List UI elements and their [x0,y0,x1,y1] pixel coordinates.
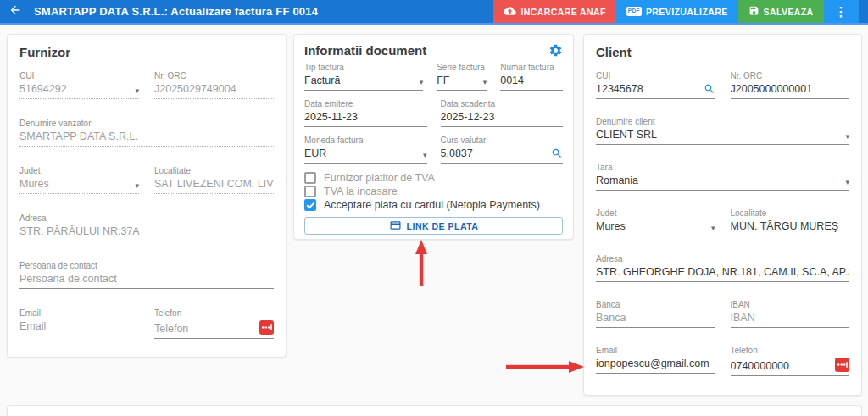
dropdown-caret-icon: ▾ [135,182,139,190]
client-nr-orc-input[interactable]: Nr. ORC J2005000000001 [731,71,850,99]
furnizor-telefon-input[interactable]: Telefon Telefon [154,308,274,339]
client-denumire-select[interactable]: Denumire client CLIENT SRL▾ [596,117,849,145]
annotation-arrow-up [413,240,430,286]
link-de-plata-button[interactable]: LINK DE PLATA [304,217,563,235]
numar-factura-input[interactable]: Numar factura 0014 [500,63,563,91]
checkbox-tva-la-incasare: TVA la incasare [304,185,563,198]
data-scadenta-input[interactable]: Data scadenta 2025-12-23 [441,99,564,127]
checkbox-acceptare-plata-card[interactable]: Acceptare plata cu cardul (Netopia Payme… [304,198,563,212]
kebab-icon: ⋮ [835,4,848,19]
furnizor-adresa-field: Adresa STR. PĂRĂULUI NR.37A [19,214,274,241]
document-card: Informatii document Tip factura Factură▾… [293,34,574,240]
client-telefon-input[interactable]: Telefon 0740000000 [731,346,850,376]
previzualizare-button[interactable]: PDF PREVIZUALIZARE [616,0,738,23]
tip-factura-select[interactable]: Tip factura Factură▾ [304,63,423,91]
furnizor-denumire-field: Denumire vanzator SMARTAPP DATA S.R.L. [19,119,274,147]
save-icon [748,5,760,18]
serie-factura-select[interactable]: Serie factura FF▾ [437,63,487,91]
client-banca-input[interactable]: Banca Banca [596,300,715,328]
client-localitate-input[interactable]: Localitate MUN. TÂRGU MUREŞ [731,208,850,236]
credit-card-icon [389,220,402,232]
moneda-factura-select[interactable]: Moneda factura EUR▾ [304,136,427,164]
client-title: Client [596,45,849,59]
items-card-partial [7,405,862,416]
client-tara-select[interactable]: Tara Romania▾ [596,163,849,191]
furnizor-card: Furnizor CUI 51694292▾ Nr. ORC J20250297… [7,34,287,358]
salveaza-button[interactable]: SALVEAZA [738,0,824,23]
client-judet-select[interactable]: Judet Mures▾ [596,208,715,236]
annotation-arrow-right [506,359,584,374]
dropdown-caret-icon: ▾ [483,79,487,86]
furnizor-title: Furnizor [19,45,274,59]
checkbox-icon [304,186,316,197]
pdf-icon: PDF [626,7,642,16]
furnizor-nr-orc-field: Nr. ORC J2025029749004 [154,71,274,99]
client-card: Client CUI 12345678 Nr. ORC J20050000000… [583,34,862,396]
dropdown-caret-icon: ▾ [845,179,849,186]
arrow-back-icon [8,3,22,19]
cloud-upload-icon [504,6,516,18]
incarcare-anaf-label: INCARCARE ANAF [520,7,605,17]
furnizor-email-input[interactable]: Email Email [19,308,139,339]
previzualizare-label: PREVIZUALIZARE [646,7,728,17]
search-icon[interactable] [704,83,715,95]
sms-icon[interactable] [835,358,849,372]
checkbox-icon [304,172,316,184]
incarcare-anaf-button[interactable]: INCARCARE ANAF [493,0,615,23]
link-de-plata-label: LINK DE PLATA [407,221,479,231]
data-emitere-input[interactable]: Data emitere 2025-11-23 [304,99,427,127]
sms-icon[interactable] [259,320,274,335]
dropdown-caret-icon: ▾ [135,87,139,95]
client-adresa-input[interactable]: Adresa STR. GHEORGHE DOJA, NR.181, CAM.I… [596,254,849,282]
checkbox-checked-icon [304,199,316,211]
dropdown-caret-icon: ▾ [423,152,427,159]
client-cui-input[interactable]: CUI 12345678 [596,71,715,99]
search-icon[interactable] [551,147,563,159]
back-button[interactable] [0,0,31,23]
dropdown-caret-icon: ▾ [420,79,424,86]
salveaza-label: SALVEAZA [764,7,814,17]
furnizor-cui-field: CUI 51694292▾ [19,71,139,99]
header-accent-strip [0,23,868,25]
furnizor-persoana-contact-input[interactable]: Persoana de contact Persoana de contact [19,261,274,289]
client-iban-input[interactable]: IBAN IBAN [731,300,850,328]
curs-valutar-input[interactable]: Curs valutar 5.0837 [441,136,564,164]
document-title: Informatii document [304,43,426,58]
client-email-input[interactable]: Email ionpopescu@gmail.com [596,346,715,376]
settings-gear-icon[interactable] [548,43,563,58]
header-actions: INCARCARE ANAF PDF PREVIZUALIZARE SALVEA… [493,0,868,23]
app-header: SMARTAPP DATA S.R.L.: Actualizare factur… [0,0,868,23]
more-menu-button[interactable]: ⋮ [824,0,859,23]
page-title: SMARTAPP DATA S.R.L.: Actualizare factur… [34,5,318,18]
furnizor-judet-field: Judet Mures▾ [19,166,139,194]
dropdown-caret-icon: ▾ [845,133,849,141]
furnizor-localitate-field: Localitate SAT LIVEZENI COM. LIVEZENI [154,166,274,194]
checkbox-furnizor-platitor-tva: Furnizor platitor de TVA [304,171,563,185]
dropdown-caret-icon: ▾ [711,225,715,232]
